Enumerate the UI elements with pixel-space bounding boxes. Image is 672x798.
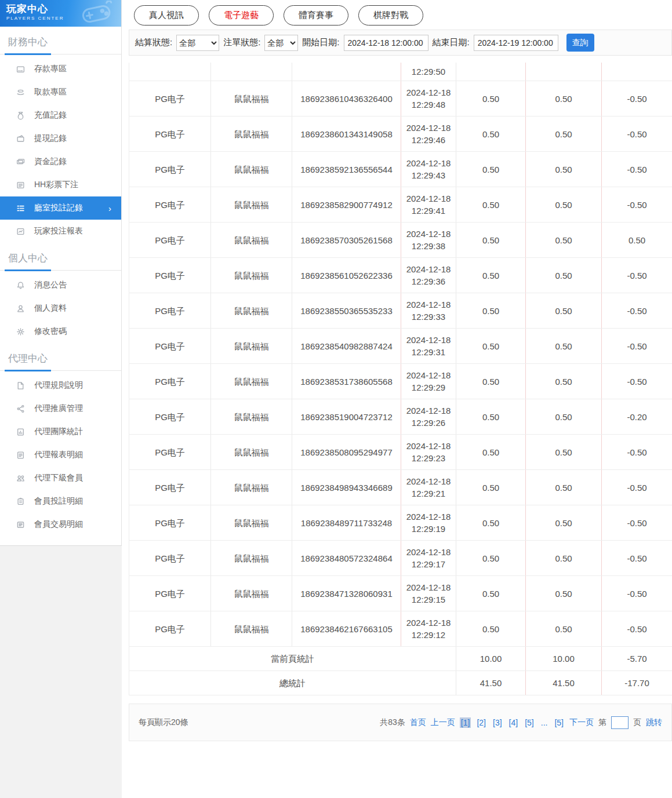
sidebar-item[interactable]: 代理報表明細: [0, 443, 121, 467]
settle-status-label: 結算狀態:: [135, 37, 172, 48]
cell-bet-time: 2024-12-18 12:29:43: [401, 152, 456, 187]
sidebar-item-label: 會員交易明細: [34, 519, 83, 530]
page-link-current[interactable]: [1]: [460, 717, 471, 728]
cell-bet-time: 2024-12-18 12:29:12: [401, 611, 456, 647]
cell-game-name: 鼠鼠福福: [211, 293, 292, 329]
end-date-input[interactable]: [474, 35, 558, 51]
cell-provider: PG电子: [129, 576, 211, 611]
table-row: PG电子鼠鼠福福18692385921365565442024-12-18 12…: [129, 152, 672, 187]
sidebar-item[interactable]: 代理團隊統計: [0, 420, 121, 443]
sidebar-item[interactable]: 取款專區: [0, 81, 121, 104]
sidebar-item[interactable]: HH彩票下注: [0, 173, 121, 196]
bell-icon: [16, 280, 26, 290]
summary-value: -17.70: [602, 671, 672, 695]
sidebar-item[interactable]: 消息公告: [0, 274, 121, 297]
tab-item[interactable]: 體育賽事: [284, 5, 348, 25]
cell-valid-bet: 0.50: [526, 258, 602, 293]
page-link[interactable]: [5]: [553, 717, 565, 728]
sidebar-item[interactable]: 提現記錄: [0, 127, 121, 150]
sidebar-section-title: 個人中心: [0, 243, 121, 271]
page-link[interactable]: [4]: [508, 717, 520, 728]
tab-item[interactable]: 棋牌對戰: [358, 5, 423, 25]
sidebar-item[interactable]: 會員投註明細: [0, 490, 121, 513]
start-date-input[interactable]: [344, 35, 428, 51]
cell-order-id: 1869238471328060931: [292, 576, 401, 611]
cell-valid-bet: 0.50: [526, 470, 602, 505]
table-row: PG电子鼠鼠福福18692384989433466892024-12-18 12…: [129, 470, 672, 505]
cell-win-loss: -0.50: [602, 470, 672, 505]
rule-doc-icon: [16, 381, 26, 391]
table-row: PG电子鼠鼠福福18692384713280609312024-12-18 12…: [129, 576, 672, 611]
sidebar-item[interactable]: 代理規則說明: [0, 374, 121, 397]
table-row: PG电子鼠鼠福福18692384805723248642024-12-18 12…: [129, 541, 672, 576]
cell-valid-bet: 0.50: [526, 611, 602, 647]
cell-game-name: 鼠鼠福福: [211, 576, 292, 611]
tab-active[interactable]: 電子遊藝: [209, 5, 274, 25]
bet-records-table: 12:29:50PG电子鼠鼠福福18692386104363264002024-…: [129, 63, 672, 695]
cell-order-id: 1869238570305261568: [292, 223, 401, 258]
table-row: PG电子鼠鼠福福18692385503655352332024-12-18 12…: [129, 293, 672, 329]
cell-provider: PG电子: [129, 293, 211, 329]
cell-bet-time: 2024-12-18 12:29:15: [401, 576, 456, 611]
page-size-label: 每頁顯示20條: [139, 717, 188, 728]
cell-bet-amount: [456, 63, 526, 81]
sidebar-item[interactable]: 存款專區: [0, 57, 121, 81]
page-link[interactable]: [2]: [475, 717, 487, 728]
pagination-bar: 每頁顯示20條 共83条首页上一页[1][2][3][4][5]...[5]下一…: [129, 704, 672, 741]
main-content: 真人視訊電子遊藝體育賽事棋牌對戰 結算狀態: 全部 注單狀態: 全部 開始日期:…: [122, 0, 672, 798]
table-row: PG电子鼠鼠福福18692385703052615682024-12-18 12…: [129, 223, 672, 258]
sidebar-item[interactable]: 廳室投註記錄›: [0, 196, 121, 220]
sidebar-item[interactable]: 代理下級會員: [0, 467, 121, 490]
settle-status-select[interactable]: 全部: [176, 35, 219, 51]
sidebar-item-label: 玩家投注報表: [34, 226, 83, 236]
cell-bet-time: 2024-12-18 12:29:41: [401, 187, 456, 223]
sidebar-item[interactable]: 充值記錄: [0, 104, 121, 127]
jump-page-input[interactable]: [611, 716, 629, 729]
search-button[interactable]: 查詢: [566, 34, 594, 52]
cell-win-loss: -0.20: [602, 399, 672, 435]
cell-order-id: 1869238561052622336: [292, 258, 401, 293]
page: 玩家中心 PLAYERS CENTER 財務中心存款專區取款專區充值記錄提現記錄…: [0, 0, 672, 798]
cell-win-loss: -0.50: [602, 329, 672, 364]
cell-order-id: 1869238610436326400: [292, 81, 401, 116]
first-page-link[interactable]: 首页: [410, 717, 426, 728]
cell-bet-time: 2024-12-18 12:29:19: [401, 505, 456, 541]
sidebar-item[interactable]: 資金記錄: [0, 150, 121, 173]
cell-bet-amount: 0.50: [456, 81, 526, 116]
prev-page-link[interactable]: 上一页: [431, 717, 455, 728]
sidebar-item[interactable]: 個人資料: [0, 297, 121, 320]
page-link[interactable]: [5]: [524, 717, 535, 728]
sidebar-item[interactable]: 修改密碼: [0, 320, 121, 343]
table-row: PG电子鼠鼠福福18692384897117332482024-12-18 12…: [129, 505, 672, 541]
sidebar-item-label: 代理報表明細: [34, 450, 83, 460]
summary-row: 總統計41.5041.50-17.70: [129, 671, 672, 695]
sidebar-section-title: 代理中心: [0, 343, 121, 371]
sidebar-item-label: 代理規則說明: [34, 380, 83, 391]
jump-button[interactable]: 跳转: [646, 717, 662, 728]
cell-order-id: 1869238540982887424: [292, 329, 401, 364]
sidebar-item[interactable]: 代理推廣管理: [0, 397, 121, 420]
cell-game-name: 鼠鼠福福: [211, 258, 292, 293]
page-link[interactable]: [3]: [492, 717, 503, 728]
cell-bet-time: 2024-12-18 12:29:36: [401, 258, 456, 293]
pagination: 共83条首页上一页[1][2][3][4][5]...[5]下一页第页跳转: [380, 716, 662, 729]
tab-item[interactable]: 真人視訊: [134, 5, 199, 25]
order-status-select[interactable]: 全部: [264, 35, 298, 51]
cell-provider: PG电子: [129, 505, 211, 541]
next-page-link[interactable]: 下一页: [569, 717, 594, 728]
cell-valid-bet: 0.50: [526, 223, 602, 258]
sidebar-item-label: 個人資料: [34, 303, 67, 314]
cell-game-name: 鼠鼠福福: [211, 470, 292, 505]
sidebar-nav: 財務中心存款專區取款專區充值記錄提現記錄資金記錄HH彩票下注廳室投註記錄›玩家投…: [0, 27, 121, 536]
sidebar-item[interactable]: 會員交易明細: [0, 513, 121, 536]
cell-bet-amount: 0.50: [456, 223, 526, 258]
cell-win-loss: -0.50: [602, 541, 672, 576]
sidebar-item[interactable]: 玩家投注報表: [0, 220, 121, 243]
cell-bet-time: 2024-12-18 12:29:33: [401, 293, 456, 329]
cell-bet-time: 12:29:50: [401, 63, 456, 81]
start-date-label: 開始日期:: [302, 37, 339, 48]
sidebar-item-label: 取款專區: [34, 87, 67, 97]
cell-valid-bet: 0.50: [526, 576, 602, 611]
table-row: PG电子鼠鼠福福18692385610526223362024-12-18 12…: [129, 258, 672, 293]
page-link[interactable]: ...: [540, 717, 549, 728]
